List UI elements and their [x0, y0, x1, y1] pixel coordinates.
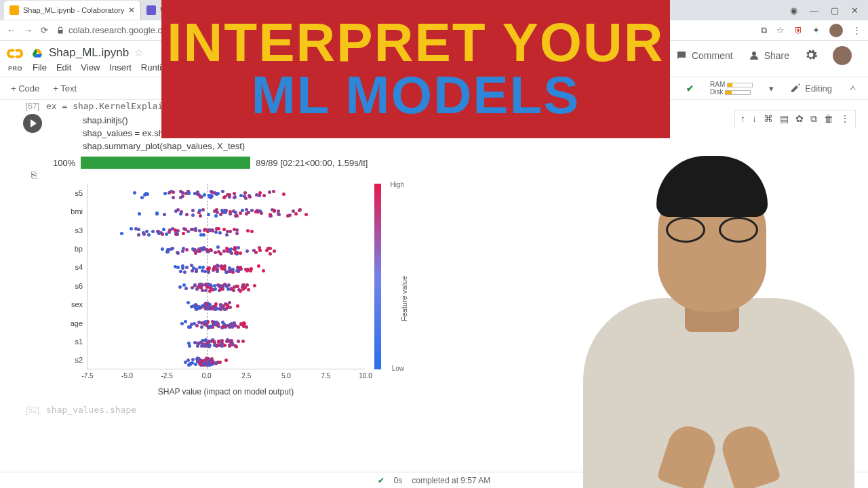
cell-comment-icon[interactable]: ▤ — [780, 113, 789, 125]
resource-meter[interactable]: RAM Disk — [710, 81, 753, 96]
prev-cell-code: ex = shap.KernelExplain — [46, 101, 168, 111]
notebook-area: [67] ex = shap.KernelExplain ↑ ↓ ⌘ ▤ ✿ ⧉… — [0, 100, 868, 415]
cell-number: [52] — [12, 405, 39, 415]
comment-label: Comment — [692, 50, 733, 61]
status-text: completed at 9:57 AM — [412, 476, 490, 485]
x-tick: 2.5 — [241, 372, 251, 380]
document-title[interactable]: Shap_ML.ipynb — [49, 46, 129, 60]
beeswarm-row — [87, 337, 365, 346]
add-code-button[interactable]: + Code — [11, 83, 39, 94]
nav-back-icon[interactable]: ← — [7, 25, 16, 35]
pro-badge: PRO — [7, 65, 26, 72]
window-controls: ◉ — ▢ ✕ — [790, 5, 868, 16]
url-display[interactable]: colab.research.google.com — [56, 25, 174, 35]
delete-cell-icon[interactable]: 🗑 — [824, 113, 833, 125]
pencil-icon — [790, 83, 801, 94]
shap-summary-plot: -7.5-5.0-2.50.02.55.07.510.0 High Low Fe… — [53, 174, 406, 398]
run-cell-button[interactable] — [23, 114, 42, 133]
feature-label: age — [60, 319, 83, 327]
feature-label: s4 — [60, 263, 83, 271]
link-icon[interactable]: ⌘ — [764, 113, 773, 125]
cell-settings-icon[interactable]: ✿ — [795, 113, 804, 125]
account-icon[interactable]: ◉ — [790, 5, 797, 16]
browser-menu-icon[interactable]: ⋮ — [852, 25, 861, 35]
star-doc-icon[interactable]: ☆ — [134, 47, 143, 59]
tab-title: Shap_ML.ipynb - Colaboratory — [23, 6, 124, 14]
x-tick: -7.5 — [81, 372, 93, 380]
feature-label: bp — [60, 245, 83, 253]
comment-icon — [675, 49, 688, 62]
nav-forward-icon[interactable]: → — [24, 25, 33, 35]
feature-label: bmi — [60, 207, 83, 216]
code-cell[interactable]: ↑ ↓ ⌘ ▤ ✿ ⧉ 🗑 ⋮ shap.initjs() shap_value… — [12, 114, 868, 398]
maximize-icon[interactable]: ▢ — [831, 5, 839, 16]
feature-label: s6 — [60, 282, 83, 290]
colorbar-label: Feature value — [400, 276, 408, 321]
user-avatar[interactable] — [833, 46, 852, 65]
ram-label: RAM — [710, 81, 725, 88]
move-down-icon[interactable]: ↓ — [752, 113, 757, 125]
colorbar — [374, 184, 381, 369]
disk-label: Disk — [710, 88, 723, 96]
x-tick: 10.0 — [359, 372, 372, 380]
favicon-icon — [146, 5, 156, 15]
beeswarm-row — [87, 226, 365, 235]
exec-time: 0s — [394, 476, 403, 485]
comment-button[interactable]: Comment — [675, 49, 733, 62]
profile-avatar[interactable] — [829, 24, 843, 37]
beeswarm-row — [87, 207, 365, 216]
close-window-icon[interactable]: ✕ — [851, 5, 859, 16]
menu-insert[interactable]: Insert — [109, 62, 132, 73]
title-line-1: INTERPRET YOUR — [167, 17, 664, 68]
cell-menu-icon[interactable]: ⋮ — [840, 113, 850, 125]
x-tick: 0.0 — [202, 372, 212, 380]
menu-view[interactable]: View — [81, 62, 100, 73]
cell-toolbar: ↑ ↓ ⌘ ▤ ✿ ⧉ 🗑 ⋮ — [734, 110, 856, 127]
feature-label: sex — [60, 300, 83, 308]
feature-label: s2 — [60, 356, 83, 364]
beeswarm-row — [87, 355, 365, 365]
add-text-button[interactable]: + Text — [53, 83, 77, 94]
feature-label: s3 — [60, 226, 83, 235]
editing-label: Editing — [805, 83, 832, 94]
connected-check-icon: ✔ — [686, 83, 694, 94]
x-tick: 7.5 — [321, 372, 330, 380]
settings-gear-icon[interactable] — [804, 48, 818, 64]
editing-mode-button[interactable]: Editing — [790, 83, 832, 94]
browser-tab[interactable]: Shap_ML.ipynb - Colaboratory✕ — [4, 1, 141, 20]
close-tab-icon[interactable]: ✕ — [128, 5, 135, 15]
beeswarm-row — [87, 188, 365, 198]
progress-percent: 100% — [53, 158, 75, 168]
star-icon[interactable]: ☆ — [776, 25, 785, 35]
shield-icon[interactable]: ⛨ — [794, 25, 803, 35]
lock-icon — [56, 26, 64, 35]
menu-edit[interactable]: Edit — [56, 62, 71, 73]
mirror-icon[interactable]: ⧉ — [810, 113, 817, 125]
share-button[interactable]: Share — [748, 49, 789, 62]
x-tick: -2.5 — [161, 372, 173, 380]
share-icon — [748, 49, 760, 62]
x-tick: 5.0 — [281, 372, 291, 380]
progress-text: 89/89 [02:21<00:00, 1.59s/it] — [256, 158, 368, 168]
share-label: Share — [764, 50, 789, 61]
toolbar-menu-icon[interactable]: ㅅ — [848, 82, 857, 94]
beeswarm-row — [87, 319, 365, 328]
title-overlay: INTERPRET YOUR ML MODELS — [161, 0, 670, 138]
feature-label: s5 — [60, 189, 83, 197]
url-text: colab.research.google.com — [68, 25, 174, 35]
resource-menu-icon[interactable]: ▾ — [769, 83, 774, 94]
reload-icon[interactable]: ⟳ — [41, 25, 48, 35]
beeswarm-row — [87, 262, 365, 272]
qr-icon[interactable]: ⧉ — [761, 25, 767, 36]
move-up-icon[interactable]: ↑ — [741, 113, 745, 125]
drive-icon — [31, 47, 43, 58]
extensions-icon[interactable]: ✦ — [812, 25, 820, 35]
colorbar-high: High — [390, 181, 404, 188]
status-footer: ✔ 0s completed at 9:57 AM — [0, 472, 868, 488]
menu-file[interactable]: File — [33, 62, 47, 73]
colab-logo-icon[interactable] — [7, 46, 26, 65]
title-line-2: ML MODELS — [252, 68, 580, 121]
minimize-icon[interactable]: — — [810, 5, 818, 16]
output-toggle-icon[interactable]: ⎘ — [31, 169, 37, 180]
beeswarm-row — [87, 244, 365, 253]
